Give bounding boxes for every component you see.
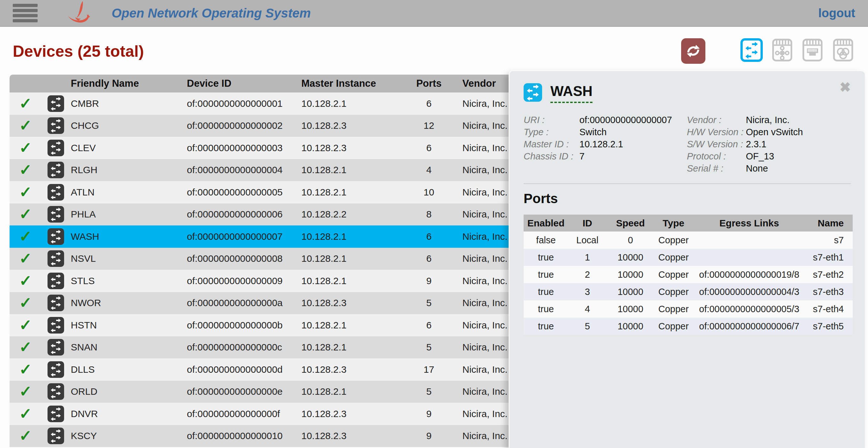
device-ports: 9 [410, 425, 448, 447]
groups-view-button[interactable] [832, 38, 854, 62]
port-name: s7-eth1 [806, 249, 853, 266]
column-header-ports[interactable]: Ports [410, 75, 448, 93]
property-value: Switch [580, 126, 607, 138]
device-status-ok-icon: ✓ [19, 318, 32, 333]
ports-table-header: Enabled ID Speed Type Egress Links Name [524, 215, 853, 231]
device-id: of:0000000000000008 [186, 248, 301, 270]
device-status-cell: ✓ [9, 248, 41, 270]
property-label: S/W Version : [687, 138, 746, 150]
device-status-cell: ✓ [9, 270, 41, 292]
port-enabled: true [524, 249, 568, 266]
device-type-cell [41, 115, 70, 137]
switch-icon [48, 206, 64, 223]
device-details-panel: ✖ WASH URI :of:0000000000000007Type :Swi… [508, 70, 865, 448]
device-name-editable[interactable]: WASH [550, 83, 592, 103]
devices-view-button[interactable] [740, 38, 763, 62]
flows-view-button[interactable] [771, 38, 794, 62]
logout-link[interactable]: logout [818, 6, 855, 20]
menu-icon[interactable] [13, 4, 38, 22]
port-name: s7-eth4 [806, 300, 853, 318]
device-type-cell [41, 425, 70, 447]
device-status-ok-icon: ✓ [19, 185, 32, 200]
property-label: Protocol : [687, 150, 746, 162]
port-speed: 10000 [607, 266, 654, 283]
port-type: Copper [654, 249, 693, 266]
device-master-instance: 10.128.2.3 [301, 292, 410, 314]
column-header-master-instance[interactable]: Master Instance [301, 75, 410, 93]
device-friendly-name: CMBR [70, 93, 186, 115]
divider [524, 183, 851, 184]
device-id: of:000000000000000a [186, 292, 301, 314]
ports-column-id: ID [568, 215, 607, 231]
device-friendly-name: CLEV [70, 137, 186, 159]
port-enabled: true [524, 266, 568, 283]
device-friendly-name: KSCY [70, 425, 186, 447]
device-ports: 9 [410, 270, 448, 292]
device-ports: 6 [410, 314, 448, 337]
device-master-instance: 10.128.2.2 [301, 203, 410, 226]
port-enabled: true [524, 283, 568, 300]
close-icon[interactable]: ✖ [840, 81, 851, 94]
device-status-cell: ✓ [9, 137, 41, 159]
device-id: of:0000000000000010 [186, 425, 301, 447]
device-master-instance: 10.128.2.1 [301, 314, 410, 337]
device-type-cell [41, 159, 70, 182]
ports-view-icon [801, 38, 824, 62]
device-master-instance: 10.128.2.1 [301, 248, 410, 270]
ports-view-button[interactable] [801, 38, 824, 62]
device-ports: 5 [410, 292, 448, 314]
port-type: Copper [654, 300, 693, 318]
page-title: Devices (25 total) [13, 42, 144, 61]
device-status-ok-icon: ✓ [19, 273, 32, 289]
column-header-friendly-name[interactable]: Friendly Name [70, 75, 186, 93]
switch-icon [48, 162, 64, 178]
property-row: URI :of:0000000000000007 [524, 114, 687, 126]
device-ports: 12 [410, 115, 448, 137]
ports-table-body: falseLocal0Coppers7true110000Coppers7-et… [524, 231, 853, 335]
port-id: 4 [568, 300, 607, 318]
property-label: H/W Version : [687, 126, 746, 138]
device-id: of:0000000000000001 [186, 93, 301, 115]
device-friendly-name: RLGH [70, 159, 186, 182]
port-row: falseLocal0Coppers7 [524, 231, 853, 249]
device-status-cell: ✓ [9, 381, 41, 403]
device-type-cell [41, 137, 70, 159]
device-friendly-name: HSTN [70, 314, 186, 337]
column-header-status[interactable] [9, 75, 41, 93]
device-type-cell [41, 225, 70, 248]
device-status-ok-icon: ✓ [19, 140, 32, 156]
device-id: of:0000000000000003 [186, 137, 301, 159]
device-id: of:0000000000000006 [186, 203, 301, 226]
property-row: S/W Version :2.3.1 [687, 138, 803, 150]
device-status-ok-icon: ✓ [19, 362, 32, 377]
port-egress-link: of:0000000000000004/3 [693, 283, 806, 300]
groups-view-icon [832, 38, 854, 62]
column-header-device-id[interactable]: Device ID [186, 75, 301, 93]
device-status-ok-icon: ✓ [19, 384, 32, 399]
port-enabled: true [524, 318, 568, 335]
port-egress-link [693, 231, 806, 249]
device-status-ok-icon: ✓ [19, 118, 32, 133]
device-friendly-name: DLLS [70, 358, 186, 381]
property-label: Type : [524, 126, 580, 138]
port-id: 5 [568, 318, 607, 335]
device-status-ok-icon: ✓ [19, 229, 32, 244]
device-status-ok-icon: ✓ [19, 428, 32, 444]
property-value: 2.3.1 [746, 138, 767, 150]
port-type: Copper [654, 318, 693, 335]
device-type-cell [41, 248, 70, 270]
property-row: H/W Version :Open vSwitch [687, 126, 803, 138]
column-header-type[interactable] [41, 75, 70, 93]
ports-column-speed: Speed [607, 215, 654, 231]
device-ports: 4 [410, 159, 448, 182]
device-friendly-name: WASH [70, 225, 186, 248]
switch-icon [48, 117, 64, 134]
device-master-instance: 10.128.2.1 [301, 93, 410, 115]
device-ports: 5 [410, 337, 448, 359]
ports-heading: Ports [524, 191, 851, 206]
property-row: Master ID :10.128.2.1 [524, 138, 687, 150]
device-type-cell [41, 181, 70, 203]
refresh-button[interactable] [681, 38, 705, 64]
property-label: Chassis ID : [524, 150, 580, 162]
port-name: s7-eth3 [806, 283, 853, 300]
